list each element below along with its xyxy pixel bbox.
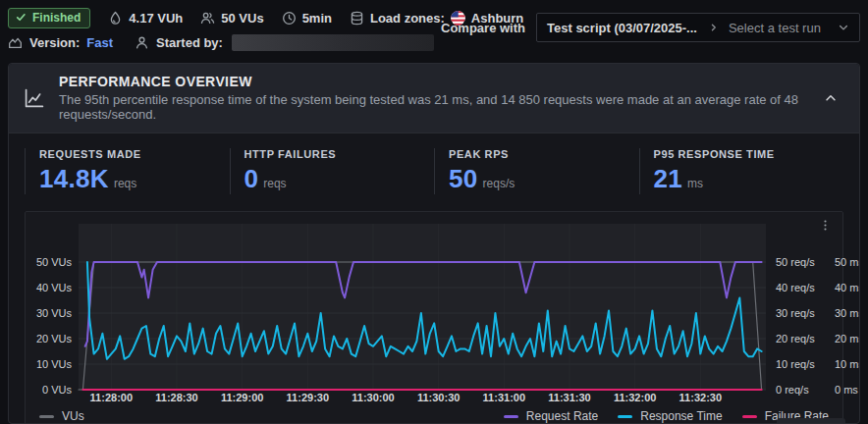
legend-label: VUs (62, 409, 84, 423)
svg-text:11:30:30: 11:30:30 (417, 392, 460, 403)
svg-text:30 ms: 30 ms (835, 307, 860, 319)
stat-value: 21 (654, 164, 683, 194)
svg-text:10 req/s: 10 req/s (776, 358, 815, 370)
legend-item-vus[interactable]: VUs (39, 409, 84, 423)
request-rate-series-swatch (504, 415, 518, 418)
svg-text:10 ms: 10 ms (835, 358, 860, 370)
svg-text:10 VUs: 10 VUs (36, 358, 73, 370)
svg-text:20 ms: 20 ms (835, 333, 860, 344)
panel-subtitle: The 95th percentile response time of the… (59, 92, 805, 122)
vus-series-swatch (39, 415, 54, 418)
started-by-group: Started by: (135, 34, 434, 51)
response-time-series-swatch (618, 415, 632, 418)
compare-test-run-select[interactable]: Test script (03/07/2025-... Select a tes… (536, 13, 860, 42)
chart-trend-icon (8, 35, 23, 50)
line-chart-icon (23, 86, 46, 110)
stat-p95-response-time: P95 RESPONSE TIME 21ms (639, 148, 844, 194)
duration-value: 5min (302, 11, 332, 26)
version-group: Version: Fast (8, 35, 113, 50)
stat-unit: reqs (263, 177, 286, 190)
performance-chart[interactable]: 50 VUs50 req/s50 ms40 VUs40 req/s40 ms30… (26, 214, 860, 404)
legend-item-response-time[interactable]: Response Time (618, 409, 722, 423)
users-icon (200, 11, 215, 26)
svg-text:40 req/s: 40 req/s (776, 282, 815, 293)
compare-with-label: Compare with (441, 21, 525, 35)
stat-unit: reqs (114, 177, 136, 190)
svg-text:11:32:00: 11:32:00 (614, 392, 656, 403)
svg-text:11:29:00: 11:29:00 (221, 392, 263, 403)
compare-selected-test[interactable]: Test script (03/07/2025-... (547, 21, 697, 35)
chevron-down-icon[interactable] (838, 22, 849, 33)
chevron-up-icon (824, 91, 838, 105)
svg-text:0 req/s: 0 req/s (776, 384, 809, 396)
svg-text:30 req/s: 30 req/s (776, 307, 815, 319)
collapse-panel-button[interactable] (818, 87, 843, 109)
stat-unit: reqs/s (483, 177, 515, 190)
check-icon (16, 12, 27, 23)
load-zones-label: Load zones: (370, 11, 445, 26)
overview-chart-card: 50 VUs50 req/s50 ms40 VUs40 req/s40 ms30… (25, 211, 843, 424)
legend-item-request-rate[interactable]: Request Rate (504, 409, 598, 423)
svg-text:11:29:30: 11:29:30 (287, 392, 329, 403)
svg-text:11:28:30: 11:28:30 (155, 392, 197, 403)
stat-http-failures: HTTP FAILURES 0reqs (230, 148, 435, 194)
version-label: Version: (29, 35, 80, 50)
svg-text:50 req/s: 50 req/s (776, 256, 815, 268)
stat-label: PEAK RPS (449, 148, 639, 160)
svg-text:11:30:00: 11:30:00 (352, 392, 394, 403)
performance-overview-header[interactable]: PERFORMANCE OVERVIEW The 95th percentile… (9, 64, 859, 133)
compare-with-control: Compare with Test script (03/07/2025-...… (441, 13, 860, 42)
panel-header-text: PERFORMANCE OVERVIEW The 95th percentile… (59, 74, 805, 122)
panel-title: PERFORMANCE OVERVIEW (59, 74, 805, 89)
test-run-meta-bar-2: Version: Fast Started by: (8, 34, 434, 51)
flame-icon (108, 11, 123, 26)
stat-value: 50 (449, 164, 478, 194)
legend-label: Request Rate (526, 409, 598, 423)
chart-legend: VUs Request Rate Response Time Failure R… (26, 404, 842, 424)
database-icon (350, 11, 364, 26)
duration-metric: 5min (282, 11, 332, 26)
started-by-label: Started by: (156, 35, 223, 50)
stat-unit: ms (687, 177, 703, 190)
performance-overview-panel: PERFORMANCE OVERVIEW The 95th percentile… (8, 63, 860, 424)
status-badge: Finished (8, 8, 90, 28)
stat-peak-rps: PEAK RPS 50reqs/s (434, 148, 639, 194)
svg-text:40 VUs: 40 VUs (36, 282, 73, 293)
vuh-value: 4.17 VUh (129, 11, 183, 26)
status-badge-label: Finished (32, 11, 81, 25)
stat-label: HTTP FAILURES (244, 148, 435, 160)
stat-label: P95 RESPONSE TIME (654, 148, 844, 160)
svg-text:40 ms: 40 ms (835, 282, 860, 293)
compare-run-placeholder[interactable]: Select a test run (729, 21, 838, 35)
svg-text:11:28:00: 11:28:00 (90, 392, 133, 403)
started-by-redacted-value (232, 34, 434, 51)
next-section-peek (777, 418, 845, 423)
legend-label: Response Time (640, 409, 722, 423)
stats-row: REQUESTS MADE 14.8Kreqs HTTP FAILURES 0r… (9, 133, 859, 211)
version-value-link[interactable]: Fast (86, 35, 113, 50)
chevron-right-icon (709, 23, 719, 32)
svg-text:11:31:30: 11:31:30 (548, 392, 590, 403)
vus-value: 50 VUs (221, 11, 263, 26)
svg-text:11:32:30: 11:32:30 (679, 392, 722, 403)
svg-text:0 VUs: 0 VUs (42, 384, 72, 396)
person-icon (135, 35, 149, 50)
svg-text:11:31:00: 11:31:00 (483, 392, 525, 403)
stat-value: 0 (244, 164, 259, 194)
failure-rate-series-swatch (742, 415, 757, 418)
vuh-metric: 4.17 VUh (108, 11, 183, 26)
svg-text:50 VUs: 50 VUs (36, 256, 73, 268)
svg-text:50 ms: 50 ms (835, 256, 860, 268)
svg-text:0 ms: 0 ms (835, 384, 858, 396)
vus-metric: 50 VUs (200, 11, 263, 26)
stat-label: REQUESTS MADE (39, 148, 230, 160)
stat-requests-made: REQUESTS MADE 14.8Kreqs (25, 148, 230, 194)
svg-text:20 req/s: 20 req/s (776, 333, 815, 344)
stat-value: 14.8K (39, 164, 109, 194)
chart-menu-kebab-icon[interactable] (815, 217, 836, 234)
svg-text:30 VUs: 30 VUs (36, 307, 73, 319)
clock-icon (282, 11, 297, 26)
svg-text:20 VUs: 20 VUs (36, 333, 73, 344)
